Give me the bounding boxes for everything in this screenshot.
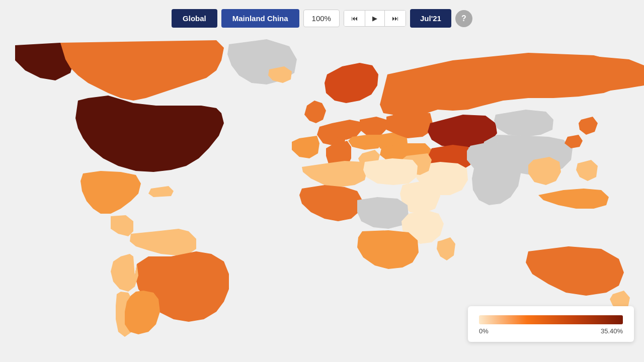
playback-controls: ⏮ ▶ ⏭	[344, 10, 406, 27]
mainland-china-tab[interactable]: Mainland China	[221, 9, 299, 28]
forward-button[interactable]: ⏭	[385, 11, 406, 26]
date-button[interactable]: Jul'21	[410, 9, 451, 28]
rewind-button[interactable]: ⏮	[344, 11, 365, 26]
legend-min: 0%	[479, 327, 489, 335]
global-tab[interactable]: Global	[172, 9, 217, 28]
legend-max: 35.40%	[601, 327, 623, 335]
legend-panel: 0% 35.40%	[468, 306, 634, 342]
toolbar: Global Mainland China 100% ⏮ ▶ ⏭ Jul'21 …	[0, 9, 644, 28]
legend-gradient	[479, 315, 623, 324]
play-button[interactable]: ▶	[365, 11, 385, 26]
help-button[interactable]: ?	[455, 10, 472, 27]
legend-labels: 0% 35.40%	[479, 327, 623, 335]
zoom-level: 100%	[303, 10, 340, 27]
